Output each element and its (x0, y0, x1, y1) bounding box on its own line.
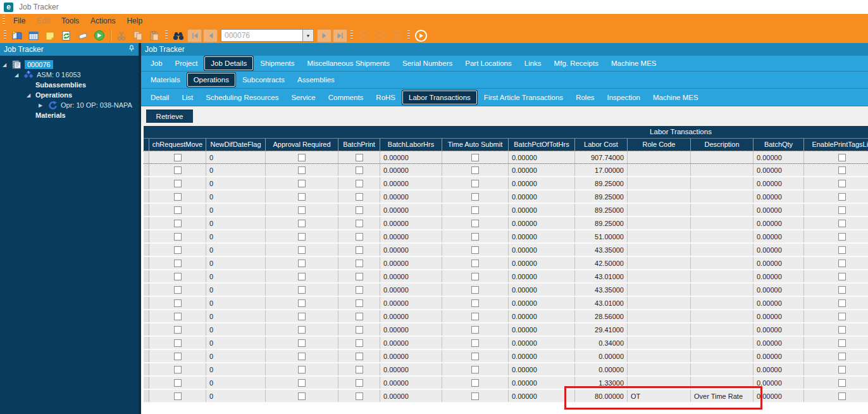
cell-approvalRequired[interactable] (266, 164, 338, 176)
timeAutoSubmit-checkbox[interactable] (471, 206, 479, 214)
chRequestMove-checkbox[interactable] (174, 379, 182, 387)
cell-description[interactable] (691, 177, 753, 189)
enablePrintTags-checkbox[interactable] (838, 220, 846, 227)
column-header-timeAutoSubmit[interactable]: Time Auto Submit (442, 139, 509, 151)
cell-laborCost[interactable]: 43.35000 (575, 244, 628, 256)
approvalRequired-checkbox[interactable] (298, 299, 306, 307)
cell-batchQty[interactable]: 0.00000 (753, 377, 804, 389)
cell-batchPctOfTotHrs[interactable]: 0.00000 (509, 297, 575, 309)
cell-batchPrint[interactable] (338, 337, 380, 349)
tab-mfg-receipts[interactable]: Mfg. Receipts (549, 57, 604, 70)
cell-enablePrintTags[interactable] (804, 337, 868, 349)
cell-roleCode[interactable] (628, 377, 691, 389)
cell-batchPctOfTotHrs[interactable]: 0.00000 (509, 390, 575, 402)
cell-batchQty[interactable]: 0.00000 (753, 350, 804, 362)
tab-comments[interactable]: Comments (323, 91, 369, 104)
grid-row[interactable]: 00.000000.000001.330000.00000 (144, 377, 868, 390)
chRequestMove-checkbox[interactable] (174, 166, 182, 174)
row-indicator[interactable] (144, 270, 149, 282)
tab-inspection[interactable]: Inspection (602, 91, 646, 104)
book-icon[interactable] (9, 28, 25, 42)
cell-roleCode[interactable] (628, 151, 691, 163)
cell-description[interactable]: Over Time Rate (691, 390, 753, 402)
cell-batchPrint[interactable] (338, 204, 380, 216)
cell-timeAutoSubmit[interactable] (442, 151, 509, 163)
cell-description[interactable] (691, 257, 753, 269)
cell-batchPrint[interactable] (338, 244, 380, 256)
cell-approvalRequired[interactable] (266, 337, 338, 349)
row-indicator[interactable] (144, 244, 149, 256)
cell-batchPctOfTotHrs[interactable]: 0.00000 (509, 350, 575, 362)
grid-row[interactable]: 00.000000.0000043.350000.00000 (144, 244, 868, 257)
tree-expander-icon[interactable]: ▶ (39, 103, 47, 108)
cell-timeAutoSubmit[interactable] (442, 284, 509, 296)
cell-batchPrint[interactable] (338, 323, 380, 336)
timeAutoSubmit-checkbox[interactable] (471, 313, 479, 320)
cell-laborCost[interactable]: 42.50000 (575, 257, 628, 269)
copy-icon[interactable] (130, 28, 146, 42)
cell-timeAutoSubmit[interactable] (442, 164, 509, 176)
binoculars-icon[interactable] (170, 28, 187, 42)
cell-newDifDateFlag[interactable]: 0 (206, 310, 266, 322)
tree-expander-icon[interactable]: ◢ (15, 72, 23, 78)
cell-laborCost[interactable]: 51.00000 (575, 230, 628, 242)
cell-enablePrintTags[interactable] (804, 257, 868, 269)
cell-batchQty[interactable]: 0.00000 (753, 151, 804, 163)
tree-expander-icon[interactable]: ◢ (3, 62, 11, 68)
column-header-batchLaborHrs[interactable]: BatchLaborHrs (380, 139, 442, 151)
column-header-batchQty[interactable]: BatchQty (753, 139, 804, 151)
tree-item-opr-10-op-038-napa[interactable]: ▶Opr: 10 OP: 038-NAPA (0, 100, 139, 110)
cell-roleCode[interactable] (628, 217, 691, 229)
timeAutoSubmit-checkbox[interactable] (471, 273, 479, 280)
cell-batchQty[interactable]: 0.00000 (753, 337, 804, 349)
note-icon[interactable] (42, 28, 58, 42)
column-header-newDifDateFlag[interactable]: NewDifDateFlag (206, 139, 266, 151)
batchPrint-checkbox[interactable] (356, 313, 363, 320)
cell-batchQty[interactable]: 0.00000 (753, 244, 804, 256)
tree-item-materials[interactable]: Materials (0, 110, 139, 120)
row-indicator[interactable] (144, 390, 149, 402)
cell-batchPctOfTotHrs[interactable]: 0.00000 (509, 257, 575, 269)
paste-icon[interactable] (146, 28, 163, 42)
cell-enablePrintTags[interactable] (804, 310, 868, 322)
row-indicator[interactable] (144, 337, 149, 349)
approvalRequired-checkbox[interactable] (298, 392, 306, 400)
cell-chRequestMove[interactable] (149, 377, 206, 389)
cell-description[interactable] (691, 377, 753, 389)
cell-roleCode[interactable] (628, 230, 691, 242)
cell-batchLaborHrs[interactable]: 0.00000 (380, 164, 442, 176)
record-icon[interactable] (412, 28, 429, 42)
enablePrintTags-checkbox[interactable] (838, 273, 846, 280)
cell-batchPctOfTotHrs[interactable]: 0.00000 (509, 164, 575, 176)
back-circle-icon[interactable] (356, 28, 372, 42)
row-indicator[interactable] (144, 257, 149, 269)
cell-laborCost[interactable]: 907.74000 (575, 151, 628, 163)
cell-batchLaborHrs[interactable]: 0.00000 (380, 297, 442, 309)
cell-chRequestMove[interactable] (149, 323, 206, 336)
cell-timeAutoSubmit[interactable] (442, 177, 509, 189)
cell-description[interactable] (691, 363, 753, 375)
grid-row[interactable]: 00.000000.0000043.350000.00000 (144, 284, 868, 297)
timeAutoSubmit-checkbox[interactable] (471, 366, 479, 373)
approvalRequired-checkbox[interactable] (298, 326, 306, 334)
chRequestMove-checkbox[interactable] (174, 260, 182, 267)
enablePrintTags-checkbox[interactable] (838, 286, 846, 294)
timeAutoSubmit-checkbox[interactable] (471, 260, 479, 267)
row-indicator[interactable] (144, 177, 149, 189)
cell-approvalRequired[interactable] (266, 230, 338, 242)
cell-laborCost[interactable]: 80.00000 (575, 390, 628, 402)
cell-chRequestMove[interactable] (149, 164, 206, 176)
timeAutoSubmit-checkbox[interactable] (471, 154, 479, 161)
grid-row[interactable]: 00.000000.0000051.000000.00000 (144, 230, 868, 244)
enablePrintTags-checkbox[interactable] (838, 206, 846, 214)
cell-batchPrint[interactable] (338, 363, 380, 375)
cell-chRequestMove[interactable] (149, 230, 206, 242)
cell-chRequestMove[interactable] (149, 363, 206, 375)
chRequestMove-checkbox[interactable] (174, 206, 182, 214)
cell-approvalRequired[interactable] (266, 310, 338, 322)
tab-detail[interactable]: Detail (145, 91, 175, 104)
cell-timeAutoSubmit[interactable] (442, 323, 509, 336)
cell-batchPrint[interactable] (338, 230, 380, 242)
approvalRequired-checkbox[interactable] (298, 353, 306, 360)
tree-item-label[interactable]: Operations (35, 91, 72, 99)
